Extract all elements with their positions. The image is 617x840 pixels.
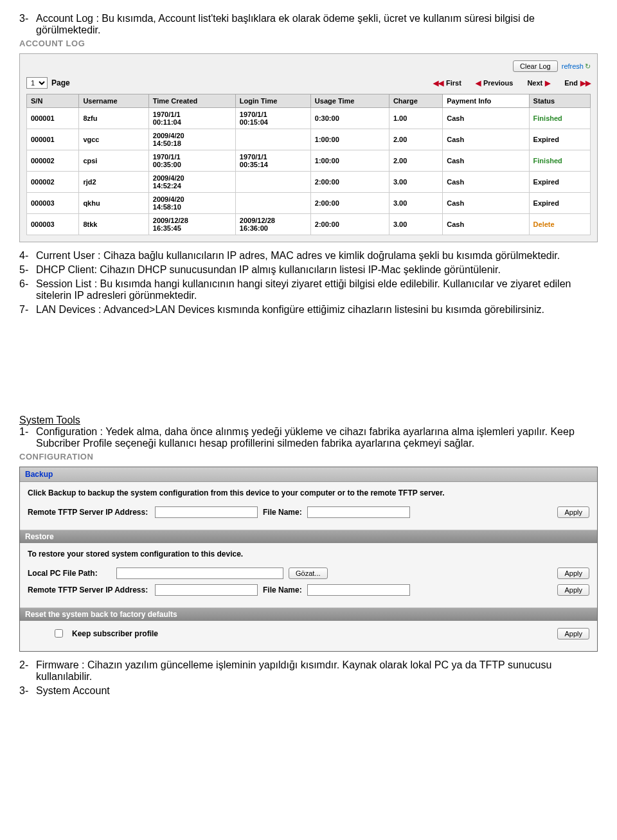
table-row: 000001vgcc2009/4/20 14:50:181:00:002.00C… xyxy=(27,129,591,150)
list-num: 4- xyxy=(19,250,36,262)
table-row: 0000018zfu1970/1/1 00:11:041970/1/1 00:1… xyxy=(27,108,591,129)
list-num: 1- xyxy=(19,426,36,449)
page-label: Page xyxy=(51,78,70,87)
status-cell: Expired xyxy=(529,193,590,214)
configuration-label: CONFIGURATION xyxy=(19,452,598,461)
login-cell: 1970/1/1 00:15:04 xyxy=(235,108,310,129)
login-cell xyxy=(235,172,310,193)
end-icon: ▶▶ xyxy=(580,79,591,87)
next-label: Next xyxy=(527,79,542,87)
list-text: Session List : Bu kısımda hangi kullanıc… xyxy=(36,278,598,301)
user-cell: vgcc xyxy=(79,129,148,150)
list-text: Firmware : Cihazın yazılım güncelleme iş… xyxy=(36,659,598,683)
first-link[interactable]: ◀◀ First xyxy=(433,79,461,87)
list-item-4: 4- Current User : Cihaza bağlu kullanıcı… xyxy=(19,250,598,262)
sn-cell: 000001 xyxy=(27,108,79,129)
list-text: Current User : Cihaza bağlu kullanıcılar… xyxy=(36,250,598,262)
account-log-panel: Clear Log refresh ↻ 1 Page ◀◀ First ◀ Pr… xyxy=(19,53,598,242)
first-label: First xyxy=(446,79,461,87)
usage-cell: 2:00:00 xyxy=(310,172,389,193)
file-label-2: File Name: xyxy=(263,585,302,594)
list-num: 6- xyxy=(19,278,36,301)
backup-header: Backup xyxy=(20,467,597,482)
charge-cell: 3.00 xyxy=(389,193,442,214)
login-cell xyxy=(235,129,310,150)
th-sn: S/N xyxy=(27,94,79,108)
apply-button-tftp[interactable]: Apply xyxy=(557,584,589,596)
status-cell[interactable]: Delete xyxy=(529,214,590,235)
end-label: End xyxy=(564,79,578,87)
apply-button-reset[interactable]: Apply xyxy=(557,628,589,639)
charge-cell: 3.00 xyxy=(389,172,442,193)
usage-cell: 0:30:00 xyxy=(310,108,389,129)
charge-cell: 2.00 xyxy=(389,129,442,150)
apply-button-backup[interactable]: Apply xyxy=(557,506,589,518)
list-item-3: 3- Account Log : Bu kısımda, Account lis… xyxy=(19,13,598,36)
file-input-2[interactable] xyxy=(307,584,410,596)
topbar: Clear Log refresh ↻ xyxy=(26,60,591,72)
nav-links: ◀◀ First ◀ Previous Next ▶ End ▶▶ xyxy=(433,79,591,87)
apply-button-local[interactable]: Apply xyxy=(557,567,589,579)
file-label: File Name: xyxy=(263,508,302,517)
sn-cell: 000003 xyxy=(27,193,79,214)
restore-row-local: Local PC File Path: Gözat... Apply xyxy=(28,567,589,579)
sn-cell: 000002 xyxy=(27,172,79,193)
configuration-panel: Backup Click Backup to backup the system… xyxy=(19,467,598,652)
sn-cell: 000002 xyxy=(27,150,79,172)
local-path-input[interactable] xyxy=(116,567,283,579)
restore-section: To restore your stored system configurat… xyxy=(20,543,597,608)
footer-item-3: 3- System Account xyxy=(19,685,598,697)
pay-cell: Cash xyxy=(443,214,529,235)
file-input[interactable] xyxy=(307,506,410,518)
restore-header: Restore xyxy=(20,530,597,543)
browse-button[interactable]: Gözat... xyxy=(289,567,328,579)
user-cell: rjd2 xyxy=(79,172,148,193)
tftp-label-2: Remote TFTP Server IP Address: xyxy=(28,585,150,594)
backup-desc: Click Backup to backup the system config… xyxy=(28,488,589,497)
th-usage: Usage Time xyxy=(310,94,389,108)
list-num: 5- xyxy=(19,264,36,276)
pay-cell: Cash xyxy=(443,108,529,129)
tftp-label: Remote TFTP Server IP Address: xyxy=(28,508,150,517)
tftp-input-2[interactable] xyxy=(155,584,258,596)
created-cell: 2009/4/20 14:58:10 xyxy=(148,193,235,214)
tftp-input[interactable] xyxy=(155,506,258,518)
reset-section: Keep subscriber profile Apply xyxy=(20,621,597,651)
keep-profile-label: Keep subscriber profile xyxy=(72,629,158,638)
user-cell: 8tkk xyxy=(79,214,148,235)
charge-cell: 2.00 xyxy=(389,150,442,172)
created-cell: 2009/4/20 14:50:18 xyxy=(148,129,235,150)
table-row: 000003qkhu2009/4/20 14:58:102:00:003.00C… xyxy=(27,193,591,214)
list-num: 7- xyxy=(19,304,36,316)
footer-item-2: 2- Firmware : Cihazın yazılım güncelleme… xyxy=(19,659,598,683)
user-cell: 8zfu xyxy=(79,108,148,129)
list-item-7: 7- LAN Devices : Advanced>LAN Devices kı… xyxy=(19,304,598,316)
page-select[interactable]: 1 xyxy=(26,77,48,89)
usage-cell: 1:00:00 xyxy=(310,129,389,150)
sn-cell: 000001 xyxy=(27,129,79,150)
clear-log-button[interactable]: Clear Log xyxy=(513,60,558,72)
usage-cell: 2:00:00 xyxy=(310,214,389,235)
list-item-5: 5- DHCP Client: Cihazın DHCP sunucusunda… xyxy=(19,264,598,276)
status-cell: Finished xyxy=(529,108,590,129)
backup-row: Remote TFTP Server IP Address: File Name… xyxy=(28,506,589,518)
th-username: Username xyxy=(79,94,148,108)
previous-link[interactable]: ◀ Previous xyxy=(476,79,513,87)
created-cell: 1970/1/1 00:35:00 xyxy=(148,150,235,172)
system-tools-heading: System Tools xyxy=(19,415,598,426)
table-row: 0000038tkk2009/12/28 16:35:452009/12/28 … xyxy=(27,214,591,235)
status-cell: Finished xyxy=(529,150,590,172)
list-text: Configuration : Yedek alma, daha önce al… xyxy=(36,426,598,449)
login-cell xyxy=(235,193,310,214)
end-link[interactable]: End ▶▶ xyxy=(564,79,591,87)
refresh-link[interactable]: refresh ↻ xyxy=(562,60,591,72)
refresh-icon: ↻ xyxy=(585,62,591,71)
list-num: 2- xyxy=(19,659,36,683)
keep-profile-checkbox[interactable] xyxy=(55,629,63,638)
system-tools-item-1: 1- Configuration : Yedek alma, daha önce… xyxy=(19,426,598,449)
pay-cell: Cash xyxy=(443,150,529,172)
next-link[interactable]: Next ▶ xyxy=(527,79,550,87)
status-cell: Expired xyxy=(529,129,590,150)
list-text: DHCP Client: Cihazın DHCP sunucusundan I… xyxy=(36,264,598,276)
login-cell: 2009/12/28 16:36:00 xyxy=(235,214,310,235)
